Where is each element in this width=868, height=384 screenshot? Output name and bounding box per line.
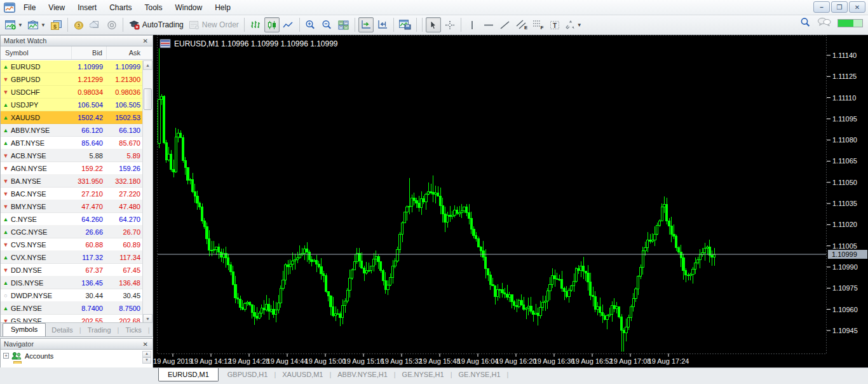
flat-arrow-icon: ○ (1, 292, 11, 299)
navigator-tree: + Accounts (1, 350, 143, 364)
zoom-in-button[interactable] (303, 17, 318, 32)
table-row-dis.nyse[interactable]: ▲DIS.NYSE136.45136.48 (1, 277, 143, 289)
navigator-item-accounts[interactable]: + Accounts (1, 350, 143, 361)
table-row-abbv.nyse[interactable]: ▲ABBV.NYSE66.12066.130 (1, 124, 143, 137)
column-ask[interactable]: Ask (107, 46, 143, 59)
arrows-tool-button[interactable]: ▼ (564, 17, 584, 32)
chart-shift-button[interactable] (375, 17, 390, 32)
table-row-usdjpy[interactable]: ▲USDJPY106.504106.505 (1, 99, 143, 111)
scroll-up-icon[interactable]: ▲ (143, 60, 153, 70)
tab-ticks[interactable]: Ticks (119, 324, 147, 336)
market-watch-title: Market Watch (4, 37, 142, 45)
scroll-up-icon[interactable]: ▲ (142, 351, 151, 357)
history-center-button[interactable]: 5 (71, 17, 86, 32)
table-row-ge.nyse[interactable]: ▲GE.NYSE8.74008.7500 (1, 302, 143, 315)
table-row-cgc.nyse[interactable]: ▲CGC.NYSE26.6626.70 (1, 226, 143, 238)
table-row-xauusd[interactable]: ▲XAUUSD1502.421502.53 (1, 111, 143, 124)
menu-item-charts[interactable]: Charts (103, 1, 138, 15)
tab-trading[interactable]: Trading (82, 324, 117, 336)
bar-chart-mode-button[interactable] (248, 17, 263, 32)
table-row-eurusd[interactable]: ▲EURUSD1.109991.10999 (1, 60, 143, 73)
market-watch-button[interactable]: $ (49, 17, 64, 32)
table-row-cvs.nyse[interactable]: ▼CVS.NYSE60.8860.89 (1, 238, 143, 251)
trendline-tool-button[interactable] (498, 17, 513, 32)
profiles-button[interactable]: ▼ (26, 17, 48, 32)
table-row-usdchf[interactable]: ▼USDCHF0.980340.98036 (1, 86, 143, 99)
tile-windows-button[interactable] (336, 17, 351, 32)
table-row-abt.nyse[interactable]: ▲ABT.NYSE85.64085.670 (1, 137, 143, 149)
vertical-line-tool-button[interactable] (465, 17, 480, 32)
menu-item-file[interactable]: File (17, 1, 42, 15)
crosshair-tool-button[interactable] (442, 17, 458, 32)
table-row-gbpusd[interactable]: ▼GBPUSD1.212991.21300 (1, 73, 143, 86)
horizontal-line-tool-button[interactable] (481, 17, 496, 32)
menu-item-tools[interactable]: Tools (139, 1, 169, 15)
menu-item-insert[interactable]: Insert (71, 1, 103, 15)
bid-value: 27.210 (72, 190, 107, 198)
chart-tab-ge-nyse-h1[interactable]: GE.NYSE,H1 (452, 368, 507, 380)
svg-text:1.11110: 1.11110 (832, 94, 856, 102)
ask-value: 117.34 (107, 254, 143, 261)
ask-value: 30.45 (107, 292, 143, 299)
auto-scroll-button[interactable] (358, 17, 374, 32)
market-watch-scrollbar[interactable]: ▲ ▼ (142, 60, 153, 324)
table-row-agn.nyse[interactable]: ▼AGN.NYSE159.22159.26 (1, 162, 143, 175)
bid-value: 47.470 (72, 203, 107, 210)
menu-item-view[interactable]: View (42, 1, 71, 15)
ask-value: 60.89 (107, 241, 143, 249)
chart-tab-ge-nyse-h1[interactable]: GE.NYSE,H1 (396, 368, 451, 380)
chart-tab-gbpusd-h1[interactable]: GBPUSD,H1 (221, 368, 275, 380)
candlestick-mode-button[interactable] (264, 17, 280, 32)
menu-item-window[interactable]: Window (169, 1, 209, 15)
table-row-bmy.nyse[interactable]: ▼BMY.NYSE47.47047.480 (1, 200, 143, 213)
ask-value: 106.505 (107, 101, 143, 109)
symbol-name: BAC.NYSE (11, 190, 72, 198)
text-tool-button[interactable]: T (547, 17, 562, 32)
chart-tab-abbv-nyse-h1[interactable]: ABBV.NYSE,H1 (331, 368, 393, 380)
svg-text:1.10945: 1.10945 (832, 327, 858, 334)
search-icon[interactable] (800, 17, 811, 29)
scroll-down-icon[interactable]: ▼ (142, 357, 151, 364)
publisher-button[interactable] (88, 17, 103, 32)
line-chart-mode-button[interactable] (281, 17, 296, 32)
table-row-ba.nyse[interactable]: ▼BA.NYSE331.950332.180 (1, 175, 143, 188)
autotrading-button[interactable]: AutoTrading (126, 17, 186, 32)
up-arrow-icon: ▲ (1, 216, 11, 223)
chart-canvas[interactable]: 1.109991.111401.111251.111101.110951.110… (153, 35, 868, 367)
market-watch-rows: ▲EURUSD1.109991.10999▼GBPUSD1.212991.213… (1, 60, 143, 324)
chart-tab-xauusd-m1[interactable]: XAUUSD,M1 (276, 368, 329, 380)
indicators-button[interactable] (397, 17, 413, 32)
tab-symbols[interactable]: Symbols (3, 323, 46, 336)
close-icon[interactable]: ✕ (142, 341, 149, 348)
new-chart-button[interactable]: ▼ (3, 17, 25, 32)
fibonacci-tool-button[interactable]: F (531, 17, 546, 32)
new-order-button[interactable]: New Order (187, 17, 241, 32)
mt4-window: FileViewInsertChartsToolsWindowHelp – ❐ … (0, 0, 868, 384)
close-button[interactable]: ✕ (849, 1, 865, 13)
svg-text:5: 5 (78, 23, 80, 27)
down-arrow-icon: ▼ (1, 165, 11, 172)
community-chat-icon[interactable] (817, 17, 831, 29)
tab-details[interactable]: Details (46, 324, 79, 336)
table-row-acb.nyse[interactable]: ▼ACB.NYSE5.885.89 (1, 149, 143, 162)
expand-icon[interactable]: + (3, 353, 9, 359)
close-icon[interactable]: ✕ (142, 38, 149, 45)
table-row-dwdp.nyse[interactable]: ○DWDP.NYSE30.4430.45 (1, 289, 143, 302)
up-arrow-icon: ▲ (1, 127, 11, 134)
column-symbol[interactable]: Symbol (1, 46, 72, 59)
column-bid[interactable]: Bid (72, 46, 107, 59)
minimize-button[interactable]: – (813, 1, 830, 13)
zoom-out-button[interactable] (320, 17, 335, 32)
cursor-tool-button[interactable] (426, 17, 441, 32)
navigator-scrollbar[interactable]: ▲ ▼ (142, 351, 152, 364)
menu-item-help[interactable]: Help (208, 1, 237, 15)
table-row-cvx.nyse[interactable]: ▲CVX.NYSE117.32117.34 (1, 251, 143, 264)
table-row-c.nyse[interactable]: ▲C.NYSE64.26064.270 (1, 213, 143, 226)
table-row-dd.nyse[interactable]: ▼DD.NYSE67.3767.45 (1, 264, 143, 277)
news-button[interactable] (104, 17, 119, 32)
scrollbar-thumb[interactable] (144, 88, 152, 110)
table-row-bac.nyse[interactable]: ▼BAC.NYSE27.21027.220 (1, 188, 143, 200)
chart-tab-eurusd-m1[interactable]: EURUSD,M1 (158, 368, 219, 381)
restore-button[interactable]: ❐ (831, 1, 848, 13)
equidistant-channel-tool-button[interactable]: E (514, 17, 529, 32)
